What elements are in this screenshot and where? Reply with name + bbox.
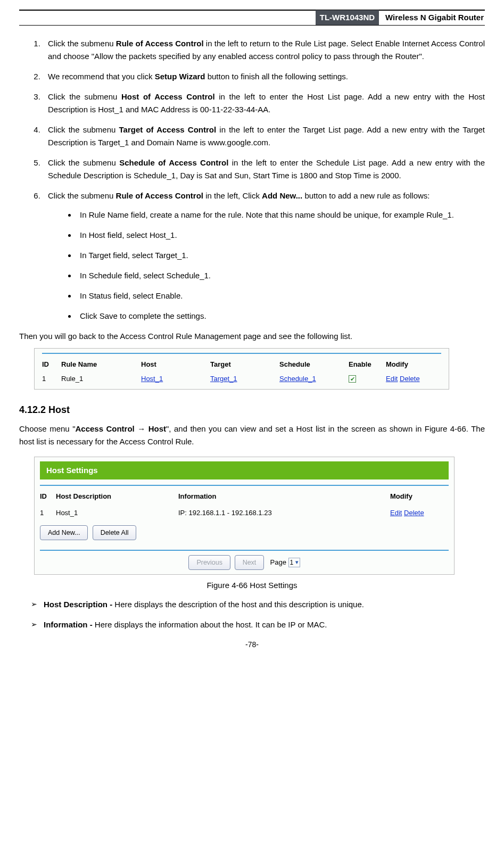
item-text: Here displays the information about the … bbox=[95, 620, 327, 629]
delete-link[interactable]: Delete bbox=[404, 509, 424, 517]
intro-bold: Access Control → Host bbox=[75, 424, 166, 433]
list-item: Host Description - Here displays the des… bbox=[31, 598, 485, 611]
step-text: button to finish all the following setti… bbox=[205, 72, 349, 81]
page-label: Page bbox=[270, 558, 286, 566]
step-text: Click the submenu bbox=[48, 191, 116, 200]
cell-name: Rule_1 bbox=[61, 374, 141, 386]
pager: Previous Next Page 1 ▾ bbox=[40, 555, 449, 570]
schedule-link[interactable]: Schedule_1 bbox=[279, 375, 316, 383]
list-item: Information - Here displays the informat… bbox=[31, 618, 485, 631]
step-bold: Host of Access Control bbox=[121, 92, 215, 101]
panel-title-bar: Host Settings bbox=[40, 461, 449, 479]
col-desc: Host Description bbox=[56, 490, 178, 508]
step-bold: Schedule of Access Control bbox=[119, 158, 228, 167]
col-info: Information bbox=[178, 490, 390, 508]
enable-checkbox[interactable]: ✔ bbox=[349, 375, 356, 383]
next-button[interactable]: Next bbox=[235, 555, 265, 570]
step-bold: Rule of Access Control bbox=[116, 39, 204, 48]
chevron-down-icon: ▾ bbox=[295, 559, 299, 565]
bullet-item: In Schedule field, select Schedule_1. bbox=[77, 269, 485, 282]
col-enable: Enable bbox=[349, 358, 386, 374]
step-text: Click the submenu bbox=[48, 158, 119, 167]
description-list: Host Description - Here displays the des… bbox=[19, 598, 485, 631]
target-link[interactable]: Target_1 bbox=[210, 375, 237, 383]
step-bold: Add New... bbox=[262, 191, 302, 200]
edit-link[interactable]: Edit bbox=[390, 509, 402, 517]
bullet-item: In Host field, select Host_1. bbox=[77, 229, 485, 242]
item-text: Here displays the description of the hos… bbox=[114, 600, 364, 609]
col-modify: Modify bbox=[386, 358, 441, 374]
step-1: Click the submenu Rule of Access Control… bbox=[43, 37, 485, 63]
col-host: Host bbox=[141, 358, 210, 374]
model-desc: Wireless N Gigabit Router bbox=[379, 11, 485, 24]
table-row: 1 Host_1 IP: 192.168.1.1 - 192.168.1.23 … bbox=[40, 508, 449, 523]
bullet-item: Click Save to complete the settings. bbox=[77, 310, 485, 322]
add-new-button[interactable]: Add New... bbox=[40, 525, 88, 540]
step-text: in the left, Click bbox=[203, 191, 262, 200]
step-bold: Setup Wizard bbox=[155, 72, 205, 81]
host-link[interactable]: Host_1 bbox=[141, 375, 163, 383]
step-text: Click the submenu bbox=[48, 39, 116, 48]
step-text: Click the submenu bbox=[48, 92, 121, 101]
step-4: Click the submenu Target of Access Contr… bbox=[43, 123, 485, 149]
figure-caption: Figure 4-66 Host Settings bbox=[19, 579, 485, 592]
model-badge: TL-WR1043ND bbox=[316, 10, 379, 25]
numbered-steps: Click the submenu Rule of Access Control… bbox=[19, 37, 485, 322]
divider bbox=[42, 353, 441, 354]
table-row: 1 Rule_1 Host_1 Target_1 Schedule_1 ✔ Ed… bbox=[42, 374, 441, 386]
section-intro: Choose menu "Access Control → Host", and… bbox=[19, 423, 485, 448]
delete-link[interactable]: Delete bbox=[400, 375, 420, 383]
step-bold: Target of Access Control bbox=[119, 125, 217, 134]
cell-info: IP: 192.168.1.1 - 192.168.1.23 bbox=[178, 508, 390, 523]
bullet-item: In Rule Name field, create a name for th… bbox=[77, 209, 485, 221]
col-modify: Modify bbox=[390, 490, 449, 508]
cell-desc: Host_1 bbox=[56, 508, 178, 523]
step-text: Click the submenu bbox=[48, 125, 119, 134]
table-header-row: ID Host Description Information Modify bbox=[40, 490, 449, 508]
edit-link[interactable]: Edit bbox=[386, 375, 398, 383]
rule-table: ID Rule Name Host Target Schedule Enable… bbox=[42, 358, 441, 386]
bullet-item: In Target field, select Target_1. bbox=[77, 249, 485, 262]
step-3: Click the submenu Host of Access Control… bbox=[43, 90, 485, 116]
step-2: We recommend that you click Setup Wizard… bbox=[43, 70, 485, 83]
step-text: button to add a new rule as follows: bbox=[302, 191, 429, 200]
host-settings-figure: Host Settings ID Host Description Inform… bbox=[34, 457, 485, 575]
after-paragraph: Then you will go back to the Access Cont… bbox=[19, 330, 485, 343]
page-header: TL-WR1043ND Wireless N Gigabit Router bbox=[19, 10, 485, 25]
col-id: ID bbox=[42, 358, 61, 374]
divider bbox=[40, 550, 449, 551]
sub-bullets: In Rule Name field, create a name for th… bbox=[48, 209, 485, 322]
col-schedule: Schedule bbox=[279, 358, 349, 374]
step-bold: Rule of Access Control bbox=[116, 191, 203, 200]
host-table: ID Host Description Information Modify 1… bbox=[40, 490, 449, 523]
cell-id: 1 bbox=[42, 374, 61, 386]
page-number: -78- bbox=[19, 639, 485, 650]
button-row: Add New... Delete All bbox=[40, 525, 449, 540]
step-6: Click the submenu Rule of Access Control… bbox=[43, 189, 485, 322]
table-header-row: ID Rule Name Host Target Schedule Enable… bbox=[42, 358, 441, 374]
page-select[interactable]: 1 ▾ bbox=[288, 558, 300, 567]
rule-panel: ID Rule Name Host Target Schedule Enable… bbox=[34, 348, 449, 390]
step-text: We recommend that you click bbox=[48, 72, 155, 81]
col-id: ID bbox=[40, 490, 56, 508]
rule-list-figure: ID Rule Name Host Target Schedule Enable… bbox=[34, 348, 485, 390]
cell-id: 1 bbox=[40, 508, 56, 523]
bullet-item: In Status field, select Enable. bbox=[77, 290, 485, 302]
step-5: Click the submenu Schedule of Access Con… bbox=[43, 156, 485, 182]
section-heading: 4.12.2 Host bbox=[19, 402, 485, 418]
col-target: Target bbox=[210, 358, 279, 374]
page-value: 1 bbox=[290, 559, 294, 566]
intro-text: Choose menu " bbox=[19, 424, 75, 433]
delete-all-button[interactable]: Delete All bbox=[93, 525, 137, 540]
host-panel: Host Settings ID Host Description Inform… bbox=[34, 457, 455, 575]
previous-button[interactable]: Previous bbox=[188, 555, 230, 570]
item-label: Host Description - bbox=[44, 600, 114, 609]
col-name: Rule Name bbox=[61, 358, 141, 374]
divider bbox=[40, 485, 449, 486]
item-label: Information - bbox=[44, 620, 95, 629]
